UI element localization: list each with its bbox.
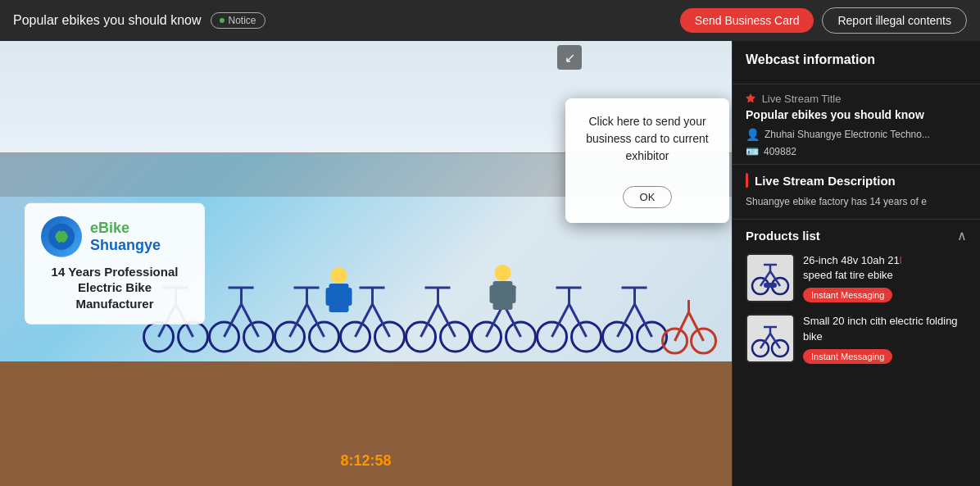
live-desc-label: Live Stream Description xyxy=(755,174,896,188)
product-info-1: 26-inch 48v 10ah 21l speed fat tire ebik… xyxy=(803,253,967,302)
svg-rect-55 xyxy=(325,288,332,306)
product-name-1: 26-inch 48v 10ah 21l speed fat tire ebik… xyxy=(803,253,967,283)
tooltip-message: Click here to send your business card to… xyxy=(586,115,708,162)
logo-tagline: 14 Years Professional Electric Bike Manu… xyxy=(41,263,188,311)
product-thumb-img-1 xyxy=(747,255,793,301)
live-desc-bar xyxy=(746,173,748,188)
notice-badge[interactable]: Notice xyxy=(211,12,265,29)
chevron-up-icon[interactable]: ∧ xyxy=(957,228,967,243)
instant-messaging-button-2[interactable]: Instant Messaging xyxy=(803,349,892,364)
product-item-2: Small 20 inch cith electric folding bike… xyxy=(746,314,967,363)
page-title: Popular ebikes you should know xyxy=(13,13,201,28)
product-thumb-2 xyxy=(746,314,795,363)
webcast-info-section: Webcast information xyxy=(733,41,980,84)
instant-messaging-button-1[interactable]: Instant Messaging xyxy=(803,288,892,302)
logo-text-block: eBike Shuangye xyxy=(90,219,161,253)
video-timestamp: 8:12:58 xyxy=(340,452,391,470)
tooltip-overlay: Click here to send your business card to… xyxy=(565,98,729,223)
svg-rect-56 xyxy=(345,288,352,306)
svg-point-57 xyxy=(494,265,510,281)
live-desc-text: Shuangye ebike factory has 14 years of e xyxy=(746,194,967,209)
product-thumb-1 xyxy=(746,253,795,302)
products-list-title: Products list xyxy=(746,229,820,243)
company-name: Zhuhai Shuangye Electronic Techno... xyxy=(764,129,930,140)
tooltip-ok-button[interactable]: OK xyxy=(623,186,673,208)
topbar-right: Send Business Card Report illegal conten… xyxy=(680,7,967,34)
notice-dot-icon xyxy=(220,18,225,23)
product-bike-svg-2 xyxy=(747,316,793,361)
company-row: 👤 Zhuhai Shuangye Electronic Techno... xyxy=(746,128,967,141)
topbar-left: Popular ebikes you should know Notice xyxy=(13,12,265,29)
svg-marker-62 xyxy=(746,93,755,102)
id-icon: 🪪 xyxy=(746,145,759,157)
svg-rect-63 xyxy=(747,255,793,301)
collapse-icon[interactable]: ↙ xyxy=(557,45,582,70)
product-info-2: Small 20 inch cith electric folding bike… xyxy=(803,314,967,363)
logo-ebike: eBike xyxy=(90,219,161,236)
product-bike-svg-1 xyxy=(747,255,793,301)
video-logo-overlay: eBike Shuangye 14 Years Professional Ele… xyxy=(25,202,205,325)
main-layout: eBike Shuangye 14 Years Professional Ele… xyxy=(0,41,980,486)
topbar: Popular ebikes you should know Notice Se… xyxy=(0,0,980,41)
live-stream-title-label: Live Stream Title xyxy=(746,93,967,105)
notice-label: Notice xyxy=(228,15,256,26)
logo-icon-row: eBike Shuangye xyxy=(41,216,188,257)
company-id: 409882 xyxy=(764,146,796,157)
products-list-section: Products list ∧ xyxy=(733,220,980,384)
logo-circle xyxy=(41,216,82,257)
live-desc-header: Live Stream Description xyxy=(746,173,967,188)
webcast-info-title: Webcast information xyxy=(746,52,967,67)
title-icon xyxy=(746,93,755,102)
product-item: 26-inch 48v 10ah 21l speed fat tire ebik… xyxy=(746,253,967,302)
video-area: eBike Shuangye 14 Years Professional Ele… xyxy=(0,41,732,486)
live-desc-section: Live Stream Description Shuangye ebike f… xyxy=(733,165,980,220)
product-name-2: Small 20 inch cith electric folding bike xyxy=(803,314,967,343)
svg-rect-70 xyxy=(764,283,777,288)
tooltip-box: Click here to send your business card to… xyxy=(565,98,729,223)
svg-rect-59 xyxy=(489,285,496,303)
id-row: 🪪 409882 xyxy=(746,145,967,157)
products-list-header: Products list ∧ xyxy=(746,228,967,243)
svg-rect-60 xyxy=(509,285,515,303)
product-thumb-img-2 xyxy=(747,316,793,361)
svg-point-53 xyxy=(330,267,347,284)
live-stream-title-section: Live Stream Title Popular ebikes you sho… xyxy=(733,84,980,165)
report-illegal-button[interactable]: Report illegal contents xyxy=(822,7,967,34)
person-icon: 👤 xyxy=(746,128,760,141)
stream-title-text: Popular ebikes you should know xyxy=(746,108,967,121)
send-business-card-button[interactable]: Send Business Card xyxy=(680,8,814,33)
right-panel: Webcast information Live Stream Title Po… xyxy=(732,41,980,486)
logo-shuangye: Shuangye xyxy=(90,236,161,253)
